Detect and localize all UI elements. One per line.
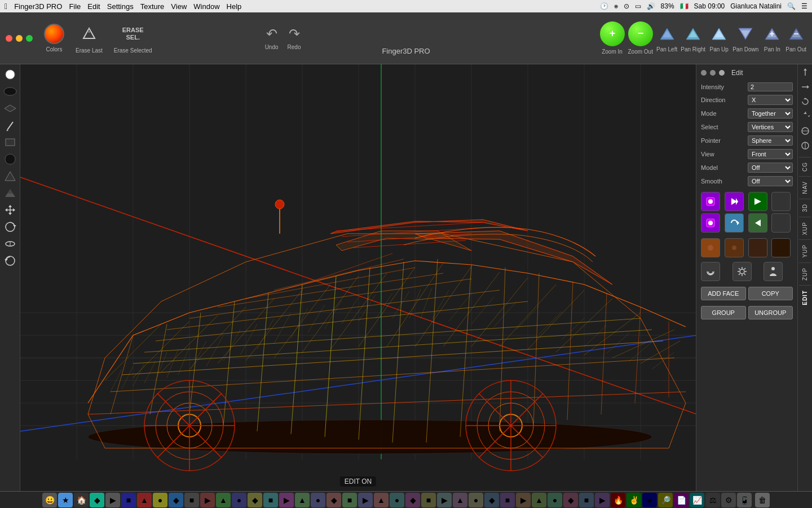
- xup-label[interactable]: XUP: [801, 220, 809, 238]
- menu-finger3d[interactable]: Finger3D PRO: [14, 2, 62, 11]
- dock-app-32[interactable]: ◆: [563, 493, 578, 507]
- icon-btn-refresh[interactable]: [725, 213, 744, 233]
- icon-btn-back[interactable]: [748, 213, 767, 233]
- icon-btn-empty-2[interactable]: [771, 213, 791, 233]
- menu-file[interactable]: File: [69, 2, 81, 11]
- tool-rotate-clock[interactable]: [2, 253, 18, 269]
- rot-x-btn[interactable]: [800, 67, 811, 79]
- zoom-in-button[interactable]: +: [600, 21, 625, 46]
- dock-app-10[interactable]: ▲: [216, 493, 231, 507]
- 3d-label[interactable]: 3D: [801, 202, 809, 214]
- copy-button[interactable]: COPY: [748, 287, 793, 300]
- dock-app-12[interactable]: ◆: [248, 493, 262, 507]
- dock-app-26[interactable]: ●: [469, 493, 483, 507]
- dock-app-23[interactable]: ■: [421, 493, 436, 507]
- dock-app-41[interactable]: ⚖: [705, 493, 720, 507]
- pan-right-button[interactable]: [683, 24, 703, 44]
- dock-app-18[interactable]: ■: [342, 493, 357, 507]
- undo-icon[interactable]: ↶: [266, 26, 277, 42]
- pan-down-button[interactable]: [735, 24, 756, 44]
- tool-ellipse[interactable]: [2, 84, 18, 99]
- dock-app-7[interactable]: ◆: [169, 493, 183, 507]
- dock-app-30[interactable]: ▲: [532, 493, 546, 507]
- zoom-out-button[interactable]: −: [628, 21, 653, 46]
- icon-btn-material-4[interactable]: [771, 238, 791, 257]
- dock-app-19[interactable]: ▶: [358, 493, 373, 507]
- dock-app-42[interactable]: ⚙: [721, 493, 736, 507]
- dock-app-39[interactable]: 📄: [674, 493, 689, 507]
- tool-triangle[interactable]: [2, 168, 18, 184]
- tool-mountain[interactable]: [2, 185, 18, 201]
- icon-btn-play-fwd[interactable]: [725, 192, 744, 211]
- dock-app-33[interactable]: ■: [579, 493, 594, 507]
- dock-app-38[interactable]: 🔎: [658, 493, 673, 507]
- select-select[interactable]: Vertices Edges Faces: [748, 122, 793, 132]
- icon-btn-spiral[interactable]: [701, 262, 720, 281]
- tool-diamond[interactable]: [2, 100, 18, 116]
- zup-label[interactable]: ZUP: [801, 265, 809, 283]
- menu-edit[interactable]: Edit: [87, 2, 100, 11]
- tool-square[interactable]: [2, 134, 18, 150]
- dock-app-5[interactable]: ▲: [137, 493, 152, 507]
- icon-btn-material-2[interactable]: [725, 238, 744, 257]
- maximize-button[interactable]: [26, 35, 33, 42]
- dock-app-20[interactable]: ▲: [374, 493, 389, 507]
- dock-app-11[interactable]: ●: [232, 493, 246, 507]
- menu-settings[interactable]: Settings: [107, 2, 134, 11]
- tool-selector[interactable]: [2, 67, 18, 82]
- nav-label[interactable]: NAV: [801, 179, 809, 196]
- dock-app-22[interactable]: ◆: [405, 493, 420, 507]
- menu-view[interactable]: View: [171, 2, 187, 11]
- erase-selected-icon[interactable]: ERASE SEL.: [122, 23, 144, 45]
- dock-app-6[interactable]: ●: [153, 493, 167, 507]
- dock-app-37[interactable]: ★: [642, 493, 657, 507]
- icon-btn-empty-1[interactable]: [771, 192, 791, 211]
- dock-app-25[interactable]: ▲: [453, 493, 467, 507]
- view-select[interactable]: Front Back Left Right Top Bottom: [748, 149, 793, 159]
- dock-launchpad[interactable]: ★: [58, 493, 73, 507]
- tool-rotate-z[interactable]: [2, 236, 18, 252]
- dock-app-4[interactable]: ■: [121, 493, 136, 507]
- dock-app-34[interactable]: ▶: [595, 493, 610, 507]
- colors-swatch[interactable]: [44, 24, 64, 44]
- pan-up-button[interactable]: [709, 24, 729, 44]
- dock-app-13[interactable]: ■: [263, 493, 278, 507]
- dock-app-27[interactable]: ◆: [484, 493, 499, 507]
- yup-label[interactable]: YUP: [801, 242, 809, 260]
- dock-app-21[interactable]: ●: [390, 493, 404, 507]
- tool-pencil[interactable]: [2, 117, 18, 133]
- dock-app-9[interactable]: ▶: [200, 493, 215, 507]
- close-button[interactable]: [6, 35, 12, 42]
- pointer-select[interactable]: Sphere Cube Cone: [748, 135, 793, 146]
- pan-out-button[interactable]: [786, 24, 806, 44]
- icon-btn-play-arrow[interactable]: [748, 192, 767, 211]
- add-face-button[interactable]: ADD FACE: [701, 287, 746, 300]
- viewport[interactable]: EDIT ON: [20, 64, 696, 491]
- dock-finder[interactable]: 😀: [42, 493, 57, 507]
- icon-btn-person[interactable]: [764, 262, 783, 281]
- icon-btn-material-3[interactable]: [748, 238, 767, 257]
- dock-app-1[interactable]: 🏠: [74, 493, 89, 507]
- erase-last-icon[interactable]: [78, 23, 100, 45]
- pan-left-button[interactable]: [657, 24, 677, 44]
- dock-trash[interactable]: 🗑: [755, 493, 770, 507]
- rot-lock-btn[interactable]: [800, 140, 811, 152]
- panel-dot-1[interactable]: [701, 70, 707, 76]
- rot-free-btn[interactable]: [800, 125, 811, 138]
- dock-app-14[interactable]: ▶: [279, 493, 294, 507]
- group-button[interactable]: GROUP: [701, 306, 746, 319]
- rot-y-btn[interactable]: [800, 81, 811, 94]
- direction-select[interactable]: X Y Z: [748, 95, 793, 105]
- panel-dot-2[interactable]: [710, 70, 716, 76]
- dock-app-36[interactable]: ✌: [626, 493, 641, 507]
- menu-window[interactable]: Window: [193, 2, 219, 11]
- dock-app-24[interactable]: ▶: [437, 493, 452, 507]
- redo-icon[interactable]: ↷: [289, 26, 300, 42]
- ungroup-button[interactable]: UNGROUP: [748, 306, 793, 319]
- tool-rotate-xy[interactable]: [2, 219, 18, 235]
- dock-app-43[interactable]: 📱: [737, 493, 752, 507]
- icon-btn-record-2[interactable]: [701, 213, 720, 233]
- search-icon[interactable]: 🔍: [787, 2, 796, 10]
- intensity-input[interactable]: [748, 82, 793, 91]
- dock-app-29[interactable]: ▶: [516, 493, 531, 507]
